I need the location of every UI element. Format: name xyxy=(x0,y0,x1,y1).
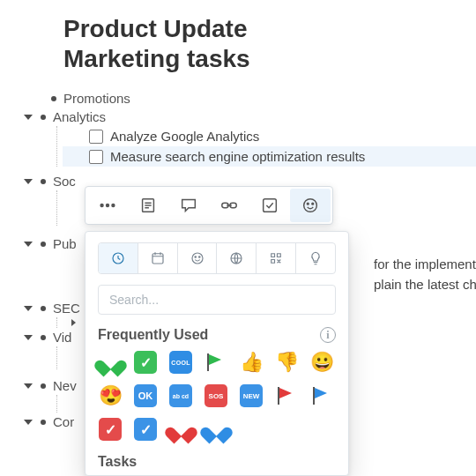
bullet-dot xyxy=(41,179,46,184)
more-button[interactable] xyxy=(87,189,128,222)
tree-label: Promotions xyxy=(63,91,130,106)
emoji-flag-green[interactable] xyxy=(204,350,228,375)
bullet-dot xyxy=(41,306,46,311)
bullet-dot xyxy=(41,242,46,247)
bullet-dot xyxy=(51,96,56,101)
emoji-check-green[interactable]: ✓ xyxy=(133,350,158,375)
task-row[interactable]: Analyze Google Analytics xyxy=(63,126,476,146)
emoji-abcd-badge[interactable]: ab cd xyxy=(168,383,193,408)
section-frequent-title: Frequently Used xyxy=(98,327,208,343)
svg-point-19 xyxy=(192,253,203,264)
task-label: Measure search engine optimization resul… xyxy=(110,149,365,164)
emoji-sos-badge[interactable]: SOS xyxy=(204,383,228,408)
caret-down-icon xyxy=(24,383,33,389)
emoji-grid-frequent: ✓ COOL 👍 👎 😀 😍 OK ab cd SOS NEW ✓ ✓ xyxy=(98,350,336,442)
tree-label: Nev xyxy=(53,378,77,393)
svg-rect-15 xyxy=(152,254,163,264)
emoji-green-heart[interactable] xyxy=(98,350,123,375)
emoji-button[interactable] xyxy=(290,189,331,222)
tree-label: SEC xyxy=(53,301,80,316)
page-title: Product Update Marketing tasks xyxy=(63,14,354,73)
page-layout-button[interactable] xyxy=(128,189,168,222)
tab-activity[interactable] xyxy=(217,243,257,273)
tree-label: Cor xyxy=(53,414,74,429)
emoji-picker: Frequently Used i ✓ COOL 👍 👎 😀 😍 OK ab c… xyxy=(85,231,349,476)
svg-point-2 xyxy=(112,205,115,207)
caret-down-icon xyxy=(24,179,33,184)
caret-down-icon xyxy=(24,242,33,247)
caret-down-icon xyxy=(24,306,33,311)
link-button[interactable] xyxy=(209,189,249,222)
caret-down-icon xyxy=(24,115,33,120)
bullet-dot xyxy=(41,383,46,389)
bullet-dot xyxy=(41,335,46,340)
tab-symbols[interactable] xyxy=(257,243,296,273)
emoji-red-heart[interactable] xyxy=(168,417,193,442)
tab-calendar[interactable] xyxy=(138,243,178,273)
svg-rect-10 xyxy=(264,199,277,212)
info-icon[interactable]: i xyxy=(320,327,336,343)
tree-label: Vid xyxy=(53,330,71,345)
emoji-category-tabs xyxy=(98,242,336,274)
inline-toolbar xyxy=(85,186,333,225)
svg-point-21 xyxy=(198,257,200,258)
svg-point-1 xyxy=(107,205,109,207)
emoji-heart-eyes[interactable]: 😍 xyxy=(98,383,123,408)
tree-label: Pub xyxy=(53,236,77,251)
tab-recent[interactable] xyxy=(99,243,138,273)
task-label: Analyze Google Analytics xyxy=(110,129,259,144)
checkbox[interactable] xyxy=(89,150,103,164)
emoji-check-red[interactable]: ✓ xyxy=(98,417,123,442)
section-tasks-title: Tasks xyxy=(98,454,336,470)
emoji-cool-badge[interactable]: COOL xyxy=(168,350,193,375)
tree-label: Soc xyxy=(53,174,76,189)
emoji-search-input[interactable] xyxy=(98,285,336,315)
svg-point-0 xyxy=(100,205,103,207)
tree-label: Analytics xyxy=(53,109,106,124)
emoji-flag-red[interactable] xyxy=(274,383,299,408)
emoji-blue-heart[interactable] xyxy=(204,417,228,442)
bullet-dot xyxy=(41,115,46,120)
tree-item-promotions[interactable]: Promotions xyxy=(21,89,476,108)
tree-item-analytics[interactable]: Analytics xyxy=(21,108,476,126)
emoji-thumbs-up[interactable]: 👍 xyxy=(239,350,264,375)
emoji-ok-badge[interactable]: OK xyxy=(133,383,158,408)
emoji-new-badge[interactable]: NEW xyxy=(239,383,264,408)
emoji-flag-blue[interactable] xyxy=(309,383,334,408)
emoji-grinning[interactable]: 😀 xyxy=(309,350,334,375)
svg-point-20 xyxy=(195,257,197,258)
task-checkbox-button[interactable] xyxy=(249,189,290,222)
emoji-check-blue[interactable]: ✓ xyxy=(133,417,158,442)
tab-smileys[interactable] xyxy=(178,243,218,273)
checkbox[interactable] xyxy=(89,130,103,144)
tab-objects[interactable] xyxy=(296,243,335,273)
task-row[interactable]: Measure search engine optimization resul… xyxy=(63,146,476,167)
emoji-thumbs-down[interactable]: 👎 xyxy=(274,350,299,375)
svg-point-13 xyxy=(312,203,314,205)
caret-down-icon xyxy=(24,420,33,425)
caret-down-icon xyxy=(24,335,33,340)
svg-point-11 xyxy=(304,199,317,212)
caret-right-icon[interactable] xyxy=(71,319,76,326)
svg-point-12 xyxy=(307,203,309,205)
bullet-dot xyxy=(41,420,46,425)
comment-button[interactable] xyxy=(168,189,209,222)
